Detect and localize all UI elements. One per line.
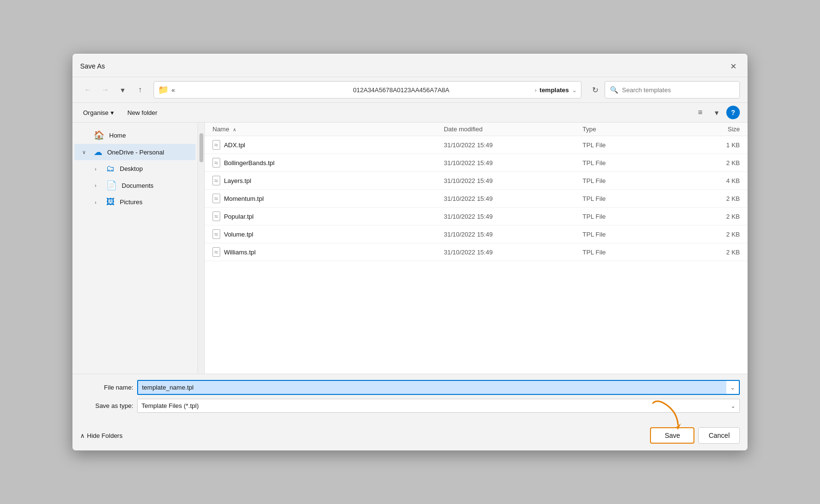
file-size: 2 KB [675, 231, 740, 238]
bottom-bar: File name: ⌄ Save as type: ⌄ [72, 374, 748, 422]
chevron-documents: › [95, 182, 101, 188]
file-name-cell: BollingerBands.tpl [224, 159, 275, 167]
file-type-icon: ≈ [212, 247, 220, 257]
sidebar-item-desktop[interactable]: › 🗂 Desktop [74, 161, 196, 177]
address-breadcrumb-prefix: « [171, 86, 350, 94]
file-type: TPL File [582, 213, 675, 220]
forward-button[interactable]: → [98, 82, 113, 98]
chevron-pictures: › [95, 199, 101, 205]
file-size: 2 KB [675, 249, 740, 256]
back-button[interactable]: ← [80, 82, 96, 98]
table-row[interactable]: ≈ Layers.tpl 31/10/2022 15:49 TPL File 4… [205, 172, 748, 190]
col-date-header[interactable]: Date modified [444, 126, 582, 133]
new-folder-button[interactable]: New folder [125, 107, 160, 118]
view-icon-button[interactable]: ≡ [693, 106, 707, 119]
search-box[interactable]: 🔍 [605, 81, 740, 98]
col-size-header[interactable]: Size [675, 126, 740, 133]
sidebar-item-pictures[interactable]: › 🖼 Pictures [74, 194, 196, 210]
sidebar-item-onedrive[interactable]: ∨ ☁ OneDrive - Personal [74, 144, 196, 160]
file-size: 4 KB [675, 177, 740, 184]
action-bar: Organise ▾ New folder ≡ ▾ ? [72, 103, 748, 123]
sidebar-item-documents[interactable]: › 📄 Documents [74, 177, 196, 194]
save-type-select-wrap[interactable]: ⌄ [137, 399, 740, 413]
table-row[interactable]: ≈ Momentum.tpl 31/10/2022 15:49 TPL File… [205, 190, 748, 208]
file-size: 2 KB [675, 195, 740, 202]
table-row[interactable]: ≈ Popular.tpl 31/10/2022 15:49 TPL File … [205, 208, 748, 225]
file-type: TPL File [582, 231, 675, 238]
file-date: 31/10/2022 15:49 [444, 141, 582, 149]
file-size: 2 KB [675, 213, 740, 220]
pictures-icon: 🖼 [106, 197, 115, 207]
file-date: 31/10/2022 15:49 [444, 213, 582, 220]
col-name-header[interactable]: Name ∧ [212, 126, 444, 133]
file-rows-container: ≈ ADX.tpl 31/10/2022 15:49 TPL File 1 KB… [205, 136, 748, 261]
save-button[interactable]: Save [650, 427, 694, 444]
file-type-icon: ≈ [212, 140, 220, 150]
file-type: TPL File [582, 177, 675, 184]
file-name-input-wrap[interactable]: ⌄ [137, 380, 740, 395]
hide-folders-label: Hide Folders [87, 432, 123, 439]
table-row[interactable]: ≈ ADX.tpl 31/10/2022 15:49 TPL File 1 KB [205, 136, 748, 154]
address-bar[interactable]: 📁 « 012A34A5678A0123AA456A7A8A › templat… [154, 81, 581, 98]
file-type: TPL File [582, 141, 675, 149]
file-date: 31/10/2022 15:49 [444, 195, 582, 202]
home-icon: 🏠 [94, 130, 104, 140]
table-row[interactable]: ≈ Williams.tpl 31/10/2022 15:49 TPL File… [205, 243, 748, 261]
sidebar-label-onedrive: OneDrive - Personal [107, 149, 164, 156]
file-size: 1 KB [675, 141, 740, 149]
file-type: TPL File [582, 159, 675, 167]
file-name-input[interactable] [138, 381, 726, 394]
save-type-label: Save as type: [80, 402, 133, 409]
action-bar-left: Organise ▾ New folder [80, 107, 160, 118]
close-button[interactable]: ✕ [726, 59, 740, 73]
sidebar-label-desktop: Desktop [120, 165, 143, 172]
address-separator: › [535, 86, 537, 94]
file-type-icon: ≈ [212, 194, 220, 203]
hide-folders-icon: ∧ [80, 432, 85, 439]
footer-buttons: Save Cancel [650, 427, 740, 444]
table-row[interactable]: ≈ BollingerBands.tpl 31/10/2022 15:49 TP… [205, 154, 748, 172]
dropdown-button[interactable]: ▾ [115, 82, 130, 98]
view-chevron-button[interactable]: ▾ [710, 106, 723, 119]
sidebar: 🏠 Home ∨ ☁ OneDrive - Personal › 🗂 Deskt… [72, 123, 198, 374]
file-name-cell: Momentum.tpl [224, 195, 264, 202]
cancel-button[interactable]: Cancel [698, 427, 740, 444]
sidebar-label-documents: Documents [122, 182, 154, 189]
refresh-button[interactable]: ↻ [587, 82, 603, 98]
file-type: TPL File [582, 249, 675, 256]
search-input[interactable] [622, 86, 735, 94]
help-button[interactable]: ? [726, 106, 740, 119]
title-bar: Save As ✕ [72, 54, 748, 77]
address-path: 012A34A5678A0123AA456A7A8A [353, 86, 532, 94]
file-name-cell: Volume.tpl [224, 231, 254, 238]
up-button[interactable]: ↑ [132, 82, 148, 98]
file-type-icon: ≈ [212, 158, 220, 168]
file-date: 31/10/2022 15:49 [444, 159, 582, 167]
action-bar-right: ≡ ▾ ? [693, 106, 740, 119]
address-chevron[interactable]: ⌄ [572, 86, 577, 94]
file-type: TPL File [582, 195, 675, 202]
file-name-cell: Layers.tpl [224, 177, 251, 184]
sidebar-item-home[interactable]: 🏠 Home [74, 127, 196, 143]
table-row[interactable]: ≈ Volume.tpl 31/10/2022 15:49 TPL File 2… [205, 225, 748, 243]
dialog-title: Save As [80, 62, 105, 70]
col-type-header[interactable]: Type [582, 126, 675, 133]
toolbar: ← → ▾ ↑ 📁 « 012A34A5678A0123AA456A7A8A ›… [72, 77, 748, 103]
save-type-chevron[interactable]: ⌄ [727, 403, 739, 409]
sidebar-scrollbar[interactable] [198, 123, 205, 374]
sort-arrow: ∧ [233, 127, 236, 132]
file-name-row: File name: ⌄ [80, 380, 740, 395]
organise-button[interactable]: Organise ▾ [80, 107, 117, 118]
save-as-dialog: Save As ✕ ← → ▾ ↑ 📁 « 012A34A5678A0123AA… [72, 53, 748, 451]
file-list-header: Name ∧ Date modified Type Size [205, 123, 748, 136]
main-content: 🏠 Home ∨ ☁ OneDrive - Personal › 🗂 Deskt… [72, 123, 748, 374]
sidebar-label-home: Home [109, 132, 126, 139]
file-size: 2 KB [675, 159, 740, 167]
file-name-chevron[interactable]: ⌄ [726, 384, 739, 391]
hide-folders-button[interactable]: ∧ Hide Folders [80, 432, 123, 439]
onedrive-icon: ☁ [94, 147, 102, 157]
address-current: templates [539, 86, 569, 94]
save-type-select [138, 399, 727, 412]
chevron-desktop: › [95, 166, 101, 172]
file-date: 31/10/2022 15:49 [444, 231, 582, 238]
